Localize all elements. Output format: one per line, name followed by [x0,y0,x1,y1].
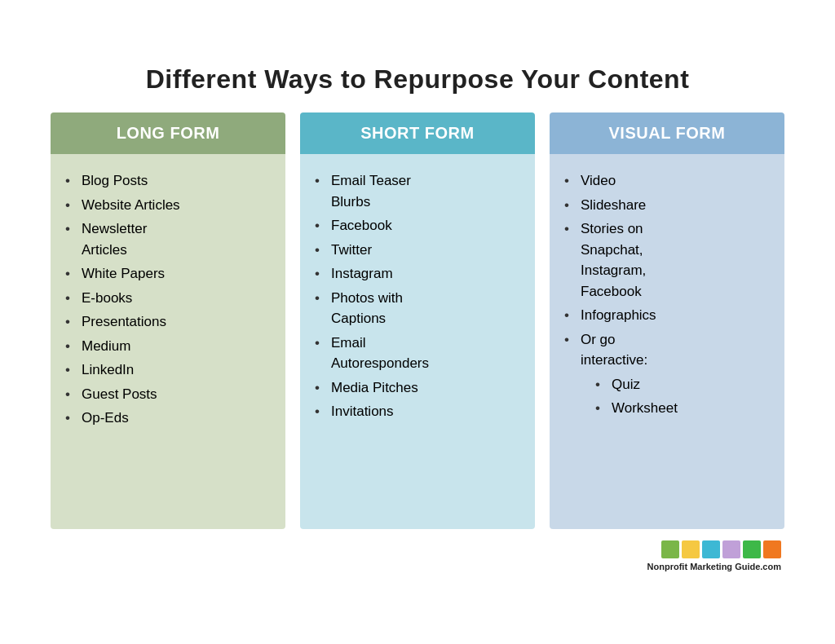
page-title: Different Ways to Repurpose Your Content [51,64,784,95]
interactive-sub-list: Quiz Worksheet [595,373,773,421]
list-item: Video [564,169,773,193]
short-form-body: Email TeaserBlurbs Facebook Twitter Inst… [300,154,535,529]
list-item: Media Pitches [315,376,524,400]
list-item: Email TeaserBlurbs [315,169,524,214]
list-item: Quiz [595,373,773,397]
brand-block: Nonprofit Marketing Guide.com [647,540,781,571]
list-item: Or gointeractive: Quiz Worksheet [564,328,773,422]
list-item: LinkedIn [65,358,274,382]
brand-name: Nonprofit Marketing Guide.com [647,562,781,571]
visual-form-body: Video Slideshare Stories onSnapchat,Inst… [550,154,784,529]
list-item: Slideshare [564,193,773,218]
brand-square-purple [722,540,740,558]
footer-area: Nonprofit Marketing Guide.com [51,540,784,571]
brand-text: Nonprofit Marketing Guide.com [647,562,781,571]
list-item: White Papers [65,262,274,286]
list-item: Presentations [65,310,274,334]
brand-square-green [661,540,679,558]
list-item: Website Articles [65,193,274,218]
brand-square-blue [702,540,720,558]
list-item: Photos withCaptions [315,286,524,331]
list-item: EmailAutoresponders [315,331,524,376]
list-item: Instagram [315,262,524,286]
list-item: Op-Eds [65,406,274,430]
list-item: Stories onSnapchat,Instagram,Facebook [564,217,773,303]
list-item: E-books [65,286,274,311]
visual-form-list: Video Slideshare Stories onSnapchat,Inst… [564,169,773,422]
column-short-form: SHORT FORM Email TeaserBlurbs Facebook T… [300,112,535,529]
short-form-list: Email TeaserBlurbs Facebook Twitter Inst… [315,169,524,424]
list-item: Blog Posts [65,169,274,193]
list-item: NewsletterArticles [65,217,274,262]
list-item: Invitations [315,399,524,424]
list-item: Guest Posts [65,382,274,407]
list-item: Twitter [315,238,524,262]
long-form-list: Blog Posts Website Articles NewsletterAr… [65,169,274,430]
list-item: Worksheet [595,396,773,421]
column-long-form: LONG FORM Blog Posts Website Articles Ne… [51,112,285,529]
brand-squares [661,540,781,558]
visual-form-header: VISUAL FORM [550,112,784,154]
columns-container: LONG FORM Blog Posts Website Articles Ne… [51,112,784,529]
list-item: Infographics [564,303,773,328]
brand-square-orange [763,540,781,558]
long-form-body: Blog Posts Website Articles NewsletterAr… [51,154,285,529]
column-visual-form: VISUAL FORM Video Slideshare Stories onS… [550,112,784,529]
brand-square-yellow [682,540,700,558]
short-form-header: SHORT FORM [300,112,535,154]
list-item: Medium [65,334,274,359]
page-wrapper: Different Ways to Repurpose Your Content… [26,48,809,596]
list-item: Facebook [315,214,524,238]
brand-square-green2 [743,540,761,558]
long-form-header: LONG FORM [51,112,285,154]
